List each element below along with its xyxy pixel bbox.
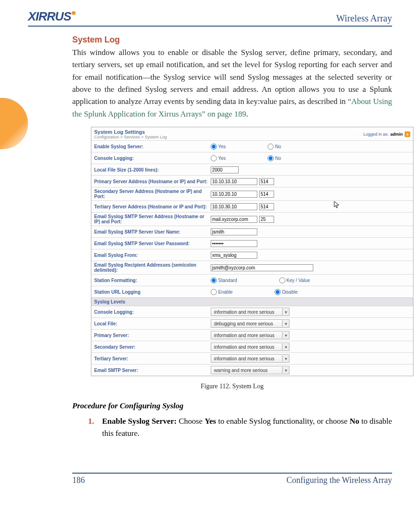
step-1-text1: Choose: [177, 417, 205, 426]
input-email-from[interactable]: [211, 252, 257, 259]
label-level-primary: Primary Server:: [94, 333, 211, 338]
syslog-levels-header: Syslog Levels: [91, 297, 413, 306]
step-1-bold1: Enable Syslog Server:: [102, 417, 177, 426]
label-station-url-logging: Station URL Logging: [94, 289, 211, 295]
logo-dot-icon: [72, 11, 76, 15]
step-1: 1. Enable Syslog Server: Choose Yes to e…: [88, 415, 392, 440]
page-footer: 186 Configuring the Wireless Array: [72, 473, 392, 485]
label-level-local: Local File:: [94, 321, 211, 326]
input-smtp-pass[interactable]: •••••••: [211, 240, 257, 247]
side-tab-decoration: [0, 98, 28, 149]
dropdown-level-secondary[interactable]: information and more serious▾: [211, 343, 289, 351]
input-secondary-host[interactable]: [211, 191, 257, 198]
page-number: 186: [72, 475, 85, 485]
step-1-text2: to enable Syslog functionality, or choos…: [216, 417, 349, 426]
chevron-down-icon: ▾: [282, 309, 289, 315]
intro-paragraph: This window allows you to enable or disa…: [72, 47, 392, 120]
label-recipients: Email Syslog Recipient Addresses (semico…: [94, 262, 211, 273]
label-email-from: Email Syslog From:: [94, 253, 211, 258]
xirrus-logo: XIRRUS: [28, 9, 76, 24]
radio-console-yes[interactable]: Yes: [211, 155, 226, 161]
page-header: XIRRUS Wireless Array: [28, 9, 392, 27]
label-smtp-user: Email Syslog SMTP Server User Name:: [94, 229, 211, 234]
radio-keyvalue[interactable]: Key / Value: [279, 277, 310, 283]
ss-title: System Log Settings: [94, 129, 167, 135]
label-enable-syslog: Enable Syslog Server:: [94, 144, 211, 149]
ss-breadcrumb: Configuration > Services > System Log: [94, 135, 167, 139]
figure-caption: Figure 112. System Log: [72, 383, 392, 390]
label-primary-server: Primary Server Address (Hostname or IP) …: [94, 179, 211, 184]
logo-text: XIRRUS: [28, 9, 71, 24]
input-recipients[interactable]: [211, 264, 313, 271]
dropdown-level-console[interactable]: information and more serious▾: [211, 308, 289, 316]
step-1-number: 1.: [88, 415, 94, 427]
logout-icon[interactable]: x: [405, 131, 410, 137]
label-level-tertiary: Tertiary Server:: [94, 356, 211, 361]
chevron-down-icon: ▾: [282, 332, 289, 338]
label-local-file-size: Local File Size (1-2000 lines):: [94, 167, 211, 172]
radio-enable-syslog-yes[interactable]: Yes: [211, 144, 226, 150]
section-title: System Log: [72, 35, 392, 45]
radio-url-disable[interactable]: Disable: [275, 289, 297, 295]
radio-url-enable[interactable]: Enable: [211, 289, 233, 295]
chevron-down-icon: ▾: [282, 367, 289, 373]
label-smtp-pass: Email Syslog SMTP Server User Password:: [94, 241, 211, 246]
input-smtp-port[interactable]: [259, 216, 274, 223]
chevron-down-icon: ▾: [282, 355, 289, 362]
chevron-down-icon: ▾: [282, 344, 289, 350]
label-station-formatting: Station Formatting:: [94, 278, 211, 283]
footer-title: Configuring the Wireless Array: [287, 475, 392, 485]
step-1-bold2: Yes: [205, 417, 216, 426]
input-primary-port[interactable]: [259, 178, 274, 185]
input-tertiary-host[interactable]: [211, 203, 257, 210]
intro-text-b: .: [246, 110, 248, 118]
login-prefix: Logged in as:: [363, 132, 388, 137]
label-console-logging: Console Logging:: [94, 156, 211, 161]
dropdown-level-local[interactable]: debugging and more serious▾: [211, 319, 289, 328]
login-user: admin: [390, 132, 403, 137]
radio-standard[interactable]: Standard: [211, 277, 237, 283]
input-smtp-user[interactable]: [211, 228, 257, 235]
dropdown-level-email[interactable]: warning and more serious▾: [211, 366, 289, 374]
procedure-heading: Procedure for Configuring Syslog: [72, 401, 392, 411]
input-smtp-host[interactable]: [211, 216, 257, 223]
chevron-down-icon: ▾: [282, 320, 289, 327]
label-level-console: Console Logging:: [94, 310, 211, 315]
label-secondary-server: Secondary Server Address (Hostname or IP…: [94, 189, 211, 199]
label-level-email: Email SMTP Server:: [94, 368, 211, 373]
input-tertiary-port[interactable]: [259, 203, 274, 210]
label-tertiary-server: Tertiary Server Address (Hostname or IP …: [94, 204, 211, 209]
ss-login-status: Logged in as: admin x: [363, 129, 410, 139]
input-primary-host[interactable]: [211, 178, 257, 185]
input-secondary-port[interactable]: [259, 191, 274, 198]
radio-enable-syslog-no[interactable]: No: [268, 144, 281, 150]
label-smtp-server: Email Syslog SMTP Server Address (Hostna…: [94, 214, 211, 224]
system-log-screenshot: System Log Settings Configuration > Serv…: [91, 127, 413, 376]
step-1-bold3: No: [350, 417, 359, 426]
input-local-file-size[interactable]: [211, 166, 239, 173]
dropdown-level-tertiary[interactable]: information and more serious▾: [211, 354, 289, 363]
intro-text-a: This window allows you to enable or disa…: [72, 48, 392, 106]
dropdown-level-primary[interactable]: information and more serious▾: [211, 331, 289, 339]
header-right: Wireless Array: [336, 13, 392, 24]
label-level-secondary: Secondary Server:: [94, 344, 211, 350]
radio-console-no[interactable]: No: [268, 155, 281, 161]
